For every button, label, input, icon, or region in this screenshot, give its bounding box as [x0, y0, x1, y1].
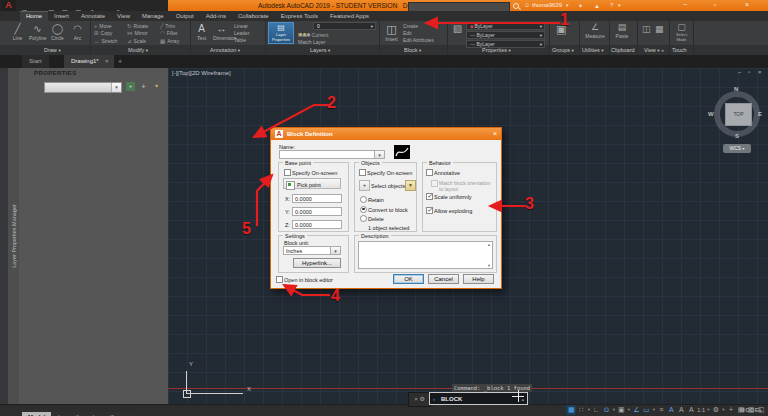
modify-tool[interactable]: +Move: [94, 23, 127, 30]
insert-block-button[interactable]: ◫ Insert: [383, 22, 400, 42]
pick-point-button[interactable]: Pick point: [283, 178, 341, 189]
help-button[interactable]: Help: [463, 274, 494, 284]
status-icon-snap[interactable]: ∷: [576, 405, 586, 415]
ok-button[interactable]: OK: [393, 274, 424, 284]
match-properties-button[interactable]: ▧: [451, 22, 464, 35]
file-tab-close-icon[interactable]: ×: [105, 55, 109, 68]
annotative-checkbox[interactable]: [426, 169, 433, 176]
status-icon-autoscale[interactable]: A: [676, 405, 686, 415]
modify-tool[interactable]: ↻Rotate: [127, 23, 160, 30]
status-icon-quick-properties[interactable]: ▥: [746, 405, 756, 415]
layer-dropdown[interactable]: 0 ▾: [313, 22, 376, 30]
allow-exploding-checkbox[interactable]: ✓: [426, 207, 433, 214]
toggle-pickadd-icon[interactable]: +: [126, 82, 135, 91]
modify-tool[interactable]: ⋈Mirror: [127, 30, 160, 37]
layout-tab[interactable]: +: [121, 412, 137, 416]
block-tool[interactable]: Edit Attributes: [403, 37, 434, 44]
annotation-small-tool[interactable]: Linear: [234, 23, 250, 30]
touch-select-mode-button[interactable]: ▢ Select Mode: [673, 22, 690, 42]
wcs-dropdown[interactable]: WCS ▾: [723, 144, 751, 153]
open-in-block-editor-checkbox[interactable]: [276, 276, 283, 283]
signin-username[interactable]: thoma9639: [532, 0, 562, 11]
status-icon-otrack[interactable]: ▭: [641, 405, 651, 415]
view-viewport-icon[interactable]: ▦: [655, 24, 664, 34]
status-icon-grid[interactable]: ▦: [566, 405, 576, 415]
dialog-title-bar[interactable]: A Block Definition ×: [271, 128, 501, 140]
delete-radio[interactable]: [360, 215, 367, 222]
layout-tab[interactable]: Model: [22, 412, 51, 416]
maximize-button[interactable]: ▫: [708, 0, 722, 10]
panel-label-touch[interactable]: Touch: [672, 45, 687, 55]
viewcube-east[interactable]: E: [758, 111, 762, 117]
viewport-close-icon[interactable]: ×: [758, 69, 762, 75]
annotation-tool[interactable]: ↔ Dimension: [213, 22, 230, 41]
ribbon-tab[interactable]: Featured Apps: [324, 11, 375, 21]
ribbon-tab[interactable]: Insert: [48, 11, 75, 21]
dialog-close-icon[interactable]: ×: [493, 128, 497, 140]
panel-label-clipboard[interactable]: Clipboard: [611, 45, 635, 55]
new-drawing-tab-icon[interactable]: +: [118, 55, 122, 68]
help-caret-icon[interactable]: ▾: [618, 1, 621, 10]
quick-select-icon[interactable]: ✦: [152, 82, 161, 91]
modify-tool[interactable]: ↔Stretch: [94, 38, 127, 45]
status-icon-units[interactable]: ▤: [736, 405, 746, 415]
viewport-controls-label[interactable]: [-][Top][2D Wireframe]: [172, 70, 231, 76]
status-icon-annotation-monitor[interactable]: +: [726, 405, 736, 415]
block-name-combo[interactable]: ▾: [279, 150, 385, 159]
viewcube-south[interactable]: S: [735, 133, 739, 139]
search-box[interactable]: [408, 2, 510, 12]
block-tool[interactable]: Create: [403, 23, 434, 30]
draw-tool[interactable]: ∿ Polyline: [29, 22, 46, 44]
status-icon-scale-value[interactable]: 1:1: [696, 405, 706, 415]
ribbon-tab[interactable]: Manage: [136, 11, 170, 21]
modify-tool[interactable]: ⊿Scale: [127, 38, 160, 45]
palette-dropdown-caret-icon[interactable]: ▾: [111, 83, 121, 92]
file-tab-start[interactable]: Start: [22, 55, 49, 68]
command-close-icon[interactable]: ×: [414, 396, 418, 402]
modify-tool[interactable]: ▦Array: [160, 38, 188, 45]
minimize-button[interactable]: −: [678, 0, 692, 10]
autodesk-app-icon[interactable]: ✦: [578, 2, 583, 11]
retain-radio[interactable]: [360, 196, 367, 203]
command-input[interactable]: › BLOCK ▴: [429, 392, 528, 405]
modify-tool[interactable]: ◠Fillet: [160, 30, 188, 37]
application-menu-button[interactable]: A: [1, 0, 16, 11]
ribbon-tab[interactable]: Express Tools: [275, 11, 324, 21]
status-icon-polar[interactable]: ⊙: [601, 405, 611, 415]
status-icon-osnap[interactable]: ∠: [631, 405, 641, 415]
modify-tool[interactable]: ⊞Copy: [94, 30, 127, 37]
name-combo-caret-icon[interactable]: ▾: [374, 151, 384, 158]
viewport-restore-icon[interactable]: ▫: [748, 69, 750, 75]
close-button[interactable]: ×: [740, 0, 754, 10]
scroll-down-icon[interactable]: ▼: [487, 263, 491, 268]
viewcube-west[interactable]: W: [708, 111, 714, 117]
layer-properties-button[interactable]: ▤ Layer Properties: [268, 22, 294, 44]
select-objects-icon[interactable]: +: [359, 180, 370, 191]
x-input[interactable]: 0.0000: [292, 194, 342, 203]
alert-icon[interactable]: ▲: [594, 2, 600, 11]
palette-selection-dropdown[interactable]: ▾: [44, 82, 122, 93]
block-tool[interactable]: Edit: [403, 30, 434, 37]
ribbon-tab[interactable]: Add-ins: [200, 11, 232, 21]
draw-tool[interactable]: ◠ Arc: [69, 22, 86, 44]
ribbon-tab[interactable]: View: [111, 11, 136, 21]
status-icon-annotation-visibility[interactable]: A: [666, 405, 676, 415]
objects-specify-checkbox[interactable]: [359, 169, 366, 176]
z-input[interactable]: 0.0000: [292, 220, 342, 229]
ribbon-tab[interactable]: Collaborate: [232, 11, 275, 21]
scroll-up-icon[interactable]: ▲: [487, 242, 491, 247]
ribbon-tab[interactable]: Output: [170, 11, 200, 21]
unit-caret-icon[interactable]: ▾: [330, 247, 340, 254]
basepoint-specify-checkbox[interactable]: [284, 169, 291, 176]
quick-select-dialog-icon[interactable]: ▼: [405, 180, 416, 191]
color-dropdown[interactable]: ■ ByLayer ▾: [466, 22, 545, 30]
command-recent-caret-icon[interactable]: ▴: [521, 393, 524, 405]
help-icon[interactable]: ?: [610, 1, 613, 10]
status-icon-lineweight[interactable]: ≡: [656, 405, 666, 415]
search-icon[interactable]: [513, 3, 519, 9]
status-icon-workspace[interactable]: ⚙: [711, 405, 721, 415]
ribbon-tab[interactable]: Home: [20, 11, 48, 21]
viewcube-top-face[interactable]: TOP: [725, 103, 752, 126]
annotation-tool[interactable]: A Text: [194, 22, 209, 41]
draw-tool[interactable]: ◯ Circle: [49, 22, 66, 44]
